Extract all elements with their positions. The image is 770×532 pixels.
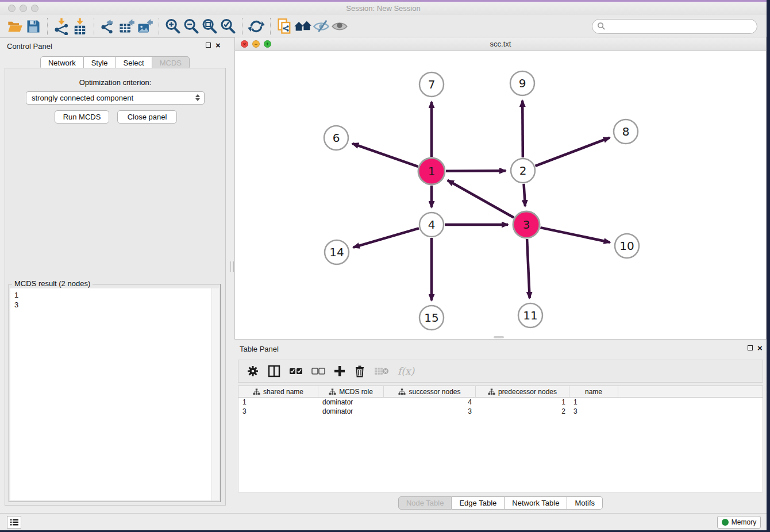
graph-edge-3-10[interactable]	[540, 228, 610, 242]
table-cell[interactable]: 1	[476, 398, 569, 407]
table-cell[interactable]: 1	[569, 398, 618, 407]
deselect-all-icon[interactable]	[311, 364, 325, 379]
graph-edge-3-1[interactable]	[448, 180, 514, 218]
graph-node-4[interactable]: 4	[419, 213, 444, 237]
export-image-icon[interactable]	[136, 17, 154, 36]
svg-text:14: 14	[329, 245, 344, 259]
import-network-icon[interactable]	[52, 17, 71, 36]
column-header-successor-nodes[interactable]: successor nodes	[384, 386, 476, 397]
apply-function-icon[interactable]: f(x)	[398, 364, 414, 379]
graph-edge-2-9[interactable]	[522, 101, 523, 157]
mcds-result-list[interactable]: 1 3	[10, 288, 219, 500]
mcds-result-box: MCDS result (2 nodes) 1 3	[9, 284, 221, 502]
save-session-icon[interactable]	[24, 17, 43, 36]
tab-node-table[interactable]: Node Table	[398, 496, 452, 510]
add-column-icon[interactable]	[334, 364, 345, 379]
table-cell[interactable]: dominator	[318, 407, 384, 416]
splitter-grip[interactable]	[230, 261, 234, 272]
svg-text:3: 3	[523, 218, 530, 232]
run-mcds-button[interactable]: Run MCDS	[55, 110, 109, 124]
table-cell[interactable]: dominator	[318, 398, 384, 407]
table-row[interactable]: 3dominator323	[238, 407, 763, 416]
close-panel-icon[interactable]: ×	[215, 42, 221, 48]
open-file-icon[interactable]	[6, 17, 24, 36]
table-cell[interactable]: 1	[238, 398, 318, 407]
graph-node-8[interactable]: 8	[614, 119, 638, 144]
graph-edge-2-3[interactable]	[523, 184, 525, 206]
optimization-criterion-label: Optimization criterion:	[5, 78, 225, 87]
close-panel-button[interactable]: Close panel	[117, 110, 177, 124]
graph-node-15[interactable]: 15	[419, 306, 444, 330]
table-cell[interactable]: 4	[384, 398, 476, 407]
graph-node-9[interactable]: 9	[510, 71, 534, 95]
network-window-titlebar[interactable]: × − + scc.txt	[235, 37, 766, 51]
table-settings-gear-icon[interactable]	[247, 364, 259, 379]
graph-node-2[interactable]: 2	[511, 159, 535, 183]
hide-panels-icon[interactable]	[312, 17, 330, 36]
graph-node-3[interactable]: 3	[513, 211, 540, 238]
node-table: shared nameMCDS rolesuccessor nodesprede…	[238, 385, 763, 492]
table-row[interactable]: 1dominator411	[238, 398, 763, 407]
graph-edge-2-8[interactable]	[536, 138, 610, 166]
table-cell[interactable]: 3	[384, 407, 476, 416]
svg-text:2: 2	[519, 164, 527, 178]
table-cell[interactable]: 3	[569, 407, 618, 416]
table-cell[interactable]: 2	[476, 407, 569, 416]
delete-column-trash-icon[interactable]	[354, 364, 365, 379]
tab-network-table[interactable]: Network Table	[505, 496, 567, 510]
zoom-selected-icon[interactable]	[219, 17, 237, 36]
delete-table-icon[interactable]	[374, 364, 389, 379]
home-layout-icon[interactable]	[294, 17, 312, 36]
attribute-tree-icon	[329, 388, 336, 395]
select-all-icon[interactable]	[289, 364, 303, 379]
control-panel-title: Control Panel	[7, 42, 52, 51]
graph-edge-4-14[interactable]	[353, 228, 419, 247]
graph-edge-3-11[interactable]	[527, 239, 530, 298]
graph-node-11[interactable]: 11	[518, 303, 542, 327]
svg-text:4: 4	[428, 218, 436, 232]
table-panel-tabs: Node TableEdge TableNetwork TableMotifs	[234, 496, 767, 510]
svg-text:10: 10	[619, 239, 634, 253]
search-input[interactable]	[592, 19, 757, 34]
graph-node-14[interactable]: 14	[325, 240, 349, 264]
select-stepper-icon	[195, 94, 200, 101]
network-canvas[interactable]: 7968124314101511	[235, 51, 766, 339]
float-panel-icon[interactable]	[206, 43, 211, 48]
graph-node-10[interactable]: 10	[615, 234, 639, 258]
table-panel-title: Table Panel	[240, 345, 279, 353]
export-table-icon[interactable]	[117, 17, 136, 36]
zoom-in-icon[interactable]	[164, 17, 182, 36]
toolbar-separator	[159, 18, 159, 35]
column-header-MCDS-role[interactable]: MCDS role	[318, 386, 384, 397]
table-cell[interactable]: 3	[238, 407, 318, 416]
graph-node-7[interactable]: 7	[419, 72, 444, 97]
show-columns-icon[interactable]	[268, 364, 280, 379]
column-header-shared-name[interactable]: shared name	[238, 386, 318, 397]
canvas-scroll-thumb[interactable]	[494, 336, 504, 338]
memory-button[interactable]: Memory	[717, 516, 761, 529]
export-network-icon[interactable]	[99, 17, 117, 36]
graph-edge-1-6[interactable]	[352, 144, 418, 167]
svg-text:9: 9	[519, 76, 526, 90]
column-header-name[interactable]: name	[569, 386, 618, 397]
graph-edge-1-2[interactable]	[446, 171, 506, 171]
tab-edge-table[interactable]: Edge Table	[452, 496, 505, 510]
close-table-panel-icon[interactable]: ×	[757, 345, 763, 351]
table-panel: Table Panel ×	[234, 342, 767, 511]
float-table-panel-icon[interactable]	[748, 345, 753, 350]
memory-status-icon	[722, 519, 729, 526]
zoom-fit-icon[interactable]	[201, 17, 219, 36]
status-bar: Memory	[0, 513, 767, 530]
column-header-predecessor-nodes[interactable]: predecessor nodes	[476, 386, 569, 397]
import-table-icon[interactable]	[71, 17, 89, 36]
mcds-scrollbar[interactable]	[211, 288, 219, 500]
tab-motifs[interactable]: Motifs	[567, 496, 603, 510]
refresh-view-icon[interactable]	[247, 17, 265, 36]
graph-node-1[interactable]: 1	[418, 158, 445, 184]
graph-node-6[interactable]: 6	[324, 126, 348, 150]
show-view-icon[interactable]	[330, 17, 349, 36]
zoom-out-icon[interactable]	[182, 17, 201, 36]
clone-network-icon[interactable]	[275, 17, 294, 36]
task-history-button[interactable]	[7, 516, 21, 529]
optimization-criterion-select[interactable]: strongly connected component	[26, 91, 205, 105]
